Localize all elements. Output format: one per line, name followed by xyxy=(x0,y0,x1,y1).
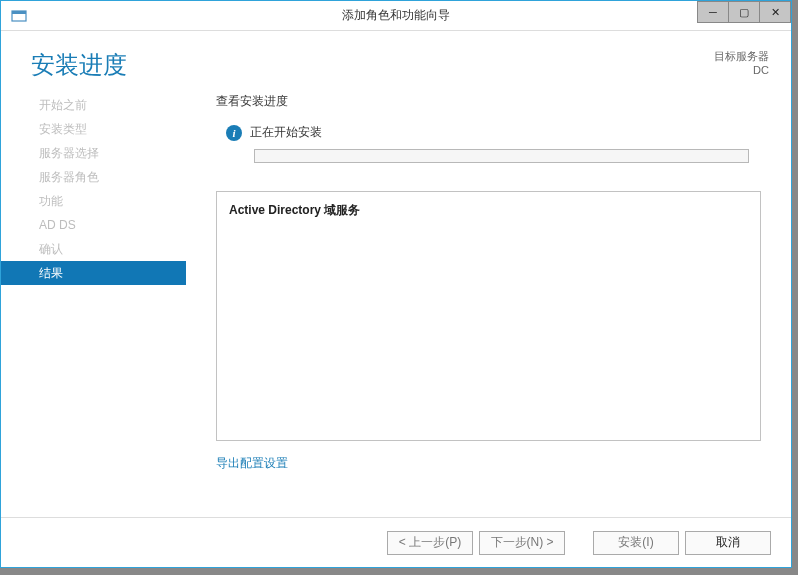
target-server-value: DC xyxy=(714,64,769,76)
window-controls: ─ ▢ ✕ xyxy=(698,1,791,23)
sidebar-item-installation-type: 安装类型 xyxy=(1,117,186,141)
window-title: 添加角色和功能向导 xyxy=(1,7,791,24)
main-panel: 查看安装进度 i 正在开始安装 Active Directory 域服务 导出配… xyxy=(186,87,791,472)
details-box: Active Directory 域服务 xyxy=(216,191,761,441)
minimize-button[interactable]: ─ xyxy=(697,1,729,23)
export-config-link[interactable]: 导出配置设置 xyxy=(216,455,288,472)
sidebar-item-server-roles: 服务器角色 xyxy=(1,165,186,189)
sidebar-item-confirmation: 确认 xyxy=(1,237,186,261)
titlebar: 添加角色和功能向导 ─ ▢ ✕ xyxy=(1,1,791,31)
details-title: Active Directory 域服务 xyxy=(229,202,748,219)
sidebar-item-before-you-begin: 开始之前 xyxy=(1,93,186,117)
cancel-button[interactable]: 取消 xyxy=(685,531,771,555)
target-server-block: 目标服务器 DC xyxy=(714,49,769,76)
sidebar-item-server-selection: 服务器选择 xyxy=(1,141,186,165)
target-server-label: 目标服务器 xyxy=(714,49,769,64)
wizard-window: 添加角色和功能向导 ─ ▢ ✕ 安装进度 目标服务器 DC 开始之前 安装类型 … xyxy=(0,0,792,568)
app-icon xyxy=(7,4,31,28)
progress-subtitle: 查看安装进度 xyxy=(216,93,761,110)
install-button: 安装(I) xyxy=(593,531,679,555)
info-icon: i xyxy=(226,125,242,141)
next-button: 下一步(N) > xyxy=(479,531,565,555)
sidebar-item-ad-ds: AD DS xyxy=(1,213,186,237)
status-row: i 正在开始安装 xyxy=(226,124,761,141)
wizard-steps-sidebar: 开始之前 安装类型 服务器选择 服务器角色 功能 AD DS 确认 结果 xyxy=(1,87,186,472)
page-title: 安装进度 xyxy=(31,49,127,81)
sidebar-item-results: 结果 xyxy=(1,261,186,285)
button-bar: < 上一步(P) 下一步(N) > 安装(I) 取消 xyxy=(1,517,791,567)
close-button[interactable]: ✕ xyxy=(759,1,791,23)
progress-bar xyxy=(254,149,749,163)
svg-rect-1 xyxy=(12,11,26,14)
sidebar-item-features: 功能 xyxy=(1,189,186,213)
header: 安装进度 目标服务器 DC xyxy=(1,31,791,87)
status-text: 正在开始安装 xyxy=(250,124,322,141)
previous-button: < 上一步(P) xyxy=(387,531,473,555)
maximize-button[interactable]: ▢ xyxy=(728,1,760,23)
